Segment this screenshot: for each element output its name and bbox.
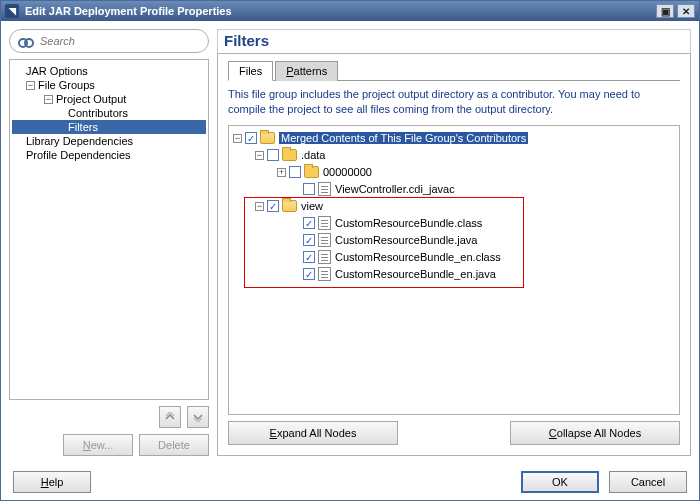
file-tree[interactable]: −✓Merged Contents of This File Group's C… [228,125,680,415]
file-tree-label: view [301,200,323,212]
file-tree-label: .data [301,149,325,161]
nav-item-label: Contributors [68,107,128,119]
expand-all-button[interactable]: Expand All Nodes [228,421,398,445]
collapse-all-button[interactable]: Collapse All Nodes [510,421,680,445]
help-button[interactable]: Help [13,471,91,493]
nav-item-label: Profile Dependencies [26,149,131,161]
checkbox[interactable]: ✓ [303,251,315,263]
file-icon [318,233,331,247]
nav-item-label: Project Output [56,93,126,105]
file-tree-label: CustomResourceBundle.java [335,234,477,246]
delete-button[interactable]: Delete [139,434,209,456]
tree-toggle-icon[interactable]: − [26,81,35,90]
nav-item-file-groups[interactable]: −File Groups [12,78,206,92]
chevron-down-icon [193,412,203,422]
checkbox[interactable]: ✓ [303,268,315,280]
left-column: JAR Options−File Groups−Project OutputCo… [9,29,209,456]
tree-toggle-icon[interactable]: − [255,151,264,160]
checkbox[interactable]: ✓ [267,200,279,212]
tabs: Files Patterns [228,60,680,81]
ok-button[interactable]: OK [521,471,599,493]
folder-icon [282,149,297,161]
search-field[interactable] [9,29,209,53]
file-icon [318,250,331,264]
file-tree-row[interactable]: −✓Merged Contents of This File Group's C… [231,130,677,147]
nav-item-label: Library Dependencies [26,135,133,147]
tree-toggle-icon[interactable]: − [233,134,242,143]
search-input[interactable] [40,35,200,47]
checkbox[interactable] [267,149,279,161]
file-tree-row[interactable]: −✓view [231,198,677,215]
file-tree-row[interactable]: −.data [231,147,677,164]
folder-icon [282,200,297,212]
nav-item-library-dependencies[interactable]: Library Dependencies [12,134,206,148]
search-icon [18,34,34,48]
nav-item-label: Filters [68,121,98,133]
cancel-button[interactable]: Cancel [609,471,687,493]
panel: Files Patterns This file group includes … [217,53,691,456]
checkbox[interactable] [303,183,315,195]
move-down-button[interactable] [187,406,209,428]
file-icon [318,182,331,196]
file-tree-row[interactable]: ✓CustomResourceBundle_en.class [231,249,677,266]
checkbox[interactable] [289,166,301,178]
tree-toggle-icon[interactable]: − [44,95,53,104]
nav-buttons: New... Delete [9,434,209,456]
titlebar: ◥ Edit JAR Deployment Profile Properties… [1,1,699,21]
expand-row: Expand All Nodes Collapse All Nodes [228,415,680,445]
file-tree-row[interactable]: ✓CustomResourceBundle_en.java [231,266,677,283]
tab-files[interactable]: Files [228,61,273,81]
file-tree-label: 00000000 [323,166,372,178]
close-button[interactable]: ✕ [677,4,695,18]
chevron-up-icon [165,412,175,422]
nav-item-project-output[interactable]: −Project Output [12,92,206,106]
file-tree-row[interactable]: ✓CustomResourceBundle.class [231,215,677,232]
file-tree-label: CustomResourceBundle_en.java [335,268,496,280]
nav-item-filters[interactable]: Filters [12,120,206,134]
panel-title: Filters [217,29,691,53]
main-area: JAR Options−File Groups−Project OutputCo… [1,21,699,464]
file-tree-row[interactable]: +00000000 [231,164,677,181]
file-tree-label: CustomResourceBundle_en.class [335,251,501,263]
file-tree-label: ViewController.cdi_javac [335,183,455,195]
nav-item-profile-dependencies[interactable]: Profile Dependencies [12,148,206,162]
folder-icon [304,166,319,178]
footer: Help OK Cancel [1,464,699,500]
tree-toggle-icon[interactable]: + [277,168,286,177]
dialog: ◥ Edit JAR Deployment Profile Properties… [0,0,700,501]
checkbox[interactable]: ✓ [245,132,257,144]
app-icon: ◥ [5,4,19,18]
file-icon [318,267,331,281]
nav-item-jar-options[interactable]: JAR Options [12,64,206,78]
file-icon [318,216,331,230]
tab-patterns[interactable]: Patterns [275,61,338,81]
checkbox[interactable]: ✓ [303,217,315,229]
move-up-button[interactable] [159,406,181,428]
nav-item-contributors[interactable]: Contributors [12,106,206,120]
file-tree-row[interactable]: ViewController.cdi_javac [231,181,677,198]
nav-tree[interactable]: JAR Options−File Groups−Project OutputCo… [9,59,209,400]
file-tree-label: CustomResourceBundle.class [335,217,482,229]
right-column: Filters Files Patterns This file group i… [217,29,691,456]
folder-icon [260,132,275,144]
maximize-button[interactable]: ▣ [656,4,674,18]
file-tree-row[interactable]: ✓CustomResourceBundle.java [231,232,677,249]
checkbox[interactable]: ✓ [303,234,315,246]
window-title: Edit JAR Deployment Profile Properties [25,5,232,17]
new-button[interactable]: New... [63,434,133,456]
nav-item-label: File Groups [38,79,95,91]
tree-toggle-icon[interactable]: − [255,202,264,211]
file-tree-label: Merged Contents of This File Group's Con… [279,132,528,144]
nav-item-label: JAR Options [26,65,88,77]
info-text: This file group includes the project out… [228,87,680,117]
